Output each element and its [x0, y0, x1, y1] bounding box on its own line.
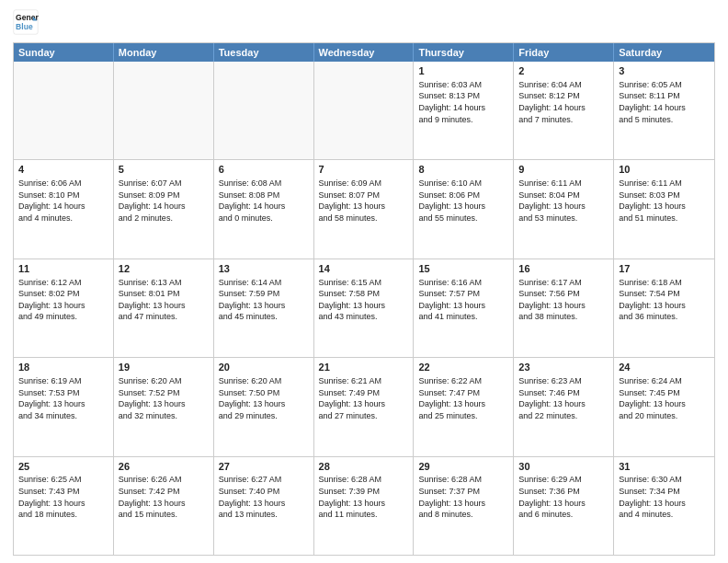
cal-cell-day-19: 19Sunrise: 6:20 AM Sunset: 7:52 PM Dayli… — [114, 358, 214, 455]
cal-cell-day-27: 27Sunrise: 6:27 AM Sunset: 7:40 PM Dayli… — [214, 457, 314, 555]
cal-cell-day-15: 15Sunrise: 6:16 AM Sunset: 7:57 PM Dayli… — [414, 259, 514, 357]
day-number: 16 — [518, 262, 609, 276]
cell-info: Sunrise: 6:03 AM Sunset: 8:13 PM Dayligh… — [418, 79, 508, 125]
cal-cell-day-14: 14Sunrise: 6:15 AM Sunset: 7:58 PM Dayli… — [314, 259, 415, 357]
cal-week-3: 11Sunrise: 6:12 AM Sunset: 8:02 PM Dayli… — [14, 259, 714, 357]
cell-info: Sunrise: 6:09 AM Sunset: 8:07 PM Dayligh… — [319, 178, 409, 224]
cal-cell-day-20: 20Sunrise: 6:20 AM Sunset: 7:50 PM Dayli… — [214, 358, 314, 455]
day-number: 9 — [518, 163, 609, 177]
day-number: 29 — [418, 460, 508, 474]
cal-cell-day-22: 22Sunrise: 6:22 AM Sunset: 7:47 PM Dayli… — [414, 358, 514, 455]
day-number: 26 — [119, 460, 209, 474]
cell-info: Sunrise: 6:20 AM Sunset: 7:52 PM Dayligh… — [119, 375, 209, 421]
day-number: 17 — [619, 262, 710, 276]
cal-cell-day-10: 10Sunrise: 6:11 AM Sunset: 8:03 PM Dayli… — [614, 160, 714, 258]
day-number: 22 — [418, 361, 508, 374]
cell-info: Sunrise: 6:11 AM Sunset: 8:04 PM Dayligh… — [518, 178, 609, 224]
cal-week-2: 4Sunrise: 6:06 AM Sunset: 8:10 PM Daylig… — [14, 159, 714, 258]
cal-cell-day-18: 18Sunrise: 6:19 AM Sunset: 7:53 PM Dayli… — [14, 358, 114, 455]
day-number: 13 — [219, 262, 309, 276]
day-number: 30 — [518, 460, 609, 474]
svg-text:General: General — [16, 13, 39, 22]
day-number: 28 — [319, 460, 409, 474]
header: General Blue — [13, 9, 715, 35]
day-number: 2 — [518, 64, 609, 78]
cal-cell-day-1: 1Sunrise: 6:03 AM Sunset: 8:13 PM Daylig… — [414, 62, 514, 159]
day-number: 15 — [418, 262, 508, 276]
cal-week-1: 1Sunrise: 6:03 AM Sunset: 8:13 PM Daylig… — [14, 62, 714, 159]
cal-header-wednesday: Wednesday — [314, 43, 415, 62]
cal-cell-empty — [114, 62, 214, 159]
cal-cell-empty — [214, 62, 314, 159]
day-number: 21 — [319, 361, 409, 374]
calendar: SundayMondayTuesdayWednesdayThursdayFrid… — [13, 42, 715, 556]
cal-cell-day-23: 23Sunrise: 6:23 AM Sunset: 7:46 PM Dayli… — [514, 358, 614, 455]
day-number: 24 — [619, 361, 710, 374]
day-number: 3 — [619, 64, 710, 78]
cal-week-4: 18Sunrise: 6:19 AM Sunset: 7:53 PM Dayli… — [14, 357, 714, 455]
page: General Blue SundayMondayTuesdayWednesda… — [0, 0, 728, 563]
day-number: 8 — [418, 163, 508, 177]
cell-info: Sunrise: 6:05 AM Sunset: 8:11 PM Dayligh… — [619, 79, 710, 125]
day-number: 27 — [219, 460, 309, 474]
cell-info: Sunrise: 6:23 AM Sunset: 7:46 PM Dayligh… — [518, 375, 609, 421]
cell-info: Sunrise: 6:11 AM Sunset: 8:03 PM Dayligh… — [619, 178, 710, 224]
cal-cell-day-17: 17Sunrise: 6:18 AM Sunset: 7:54 PM Dayli… — [614, 259, 714, 357]
calendar-header-row: SundayMondayTuesdayWednesdayThursdayFrid… — [14, 43, 714, 62]
cell-info: Sunrise: 6:07 AM Sunset: 8:09 PM Dayligh… — [119, 178, 209, 224]
day-number: 19 — [119, 361, 209, 374]
cell-info: Sunrise: 6:28 AM Sunset: 7:39 PM Dayligh… — [319, 474, 409, 520]
cal-cell-day-3: 3Sunrise: 6:05 AM Sunset: 8:11 PM Daylig… — [614, 62, 714, 159]
cal-cell-day-29: 29Sunrise: 6:28 AM Sunset: 7:37 PM Dayli… — [414, 457, 514, 555]
cal-cell-day-12: 12Sunrise: 6:13 AM Sunset: 8:01 PM Dayli… — [114, 259, 214, 357]
cell-info: Sunrise: 6:14 AM Sunset: 7:59 PM Dayligh… — [219, 277, 309, 323]
cell-info: Sunrise: 6:28 AM Sunset: 7:37 PM Dayligh… — [418, 474, 508, 520]
svg-text:Blue: Blue — [16, 22, 33, 31]
cell-info: Sunrise: 6:10 AM Sunset: 8:06 PM Dayligh… — [418, 178, 508, 224]
cell-info: Sunrise: 6:21 AM Sunset: 7:49 PM Dayligh… — [319, 375, 409, 421]
cal-cell-day-30: 30Sunrise: 6:29 AM Sunset: 7:36 PM Dayli… — [514, 457, 614, 555]
cell-info: Sunrise: 6:17 AM Sunset: 7:56 PM Dayligh… — [518, 277, 609, 323]
day-number: 25 — [18, 460, 108, 474]
cell-info: Sunrise: 6:22 AM Sunset: 7:47 PM Dayligh… — [418, 375, 508, 421]
cell-info: Sunrise: 6:27 AM Sunset: 7:40 PM Dayligh… — [219, 474, 309, 520]
cell-info: Sunrise: 6:29 AM Sunset: 7:36 PM Dayligh… — [518, 474, 609, 520]
cal-cell-day-6: 6Sunrise: 6:08 AM Sunset: 8:08 PM Daylig… — [214, 160, 314, 258]
day-number: 5 — [119, 163, 209, 177]
cell-info: Sunrise: 6:06 AM Sunset: 8:10 PM Dayligh… — [18, 178, 108, 224]
cal-header-saturday: Saturday — [614, 43, 714, 62]
logo: General Blue — [13, 9, 42, 35]
cal-cell-day-26: 26Sunrise: 6:26 AM Sunset: 7:42 PM Dayli… — [114, 457, 214, 555]
cal-cell-empty — [314, 62, 415, 159]
cell-info: Sunrise: 6:13 AM Sunset: 8:01 PM Dayligh… — [119, 277, 209, 323]
day-number: 23 — [518, 361, 609, 374]
cell-info: Sunrise: 6:08 AM Sunset: 8:08 PM Dayligh… — [219, 178, 309, 224]
day-number: 4 — [18, 163, 108, 177]
cal-header-monday: Monday — [114, 43, 214, 62]
day-number: 10 — [619, 163, 710, 177]
calendar-body: 1Sunrise: 6:03 AM Sunset: 8:13 PM Daylig… — [14, 62, 714, 555]
cal-header-friday: Friday — [514, 43, 614, 62]
cal-cell-empty — [14, 62, 114, 159]
cell-info: Sunrise: 6:25 AM Sunset: 7:43 PM Dayligh… — [18, 474, 108, 520]
day-number: 6 — [219, 163, 309, 177]
cal-cell-day-28: 28Sunrise: 6:28 AM Sunset: 7:39 PM Dayli… — [314, 457, 415, 555]
cell-info: Sunrise: 6:19 AM Sunset: 7:53 PM Dayligh… — [18, 375, 108, 421]
cal-cell-day-2: 2Sunrise: 6:04 AM Sunset: 8:12 PM Daylig… — [514, 62, 614, 159]
cell-info: Sunrise: 6:18 AM Sunset: 7:54 PM Dayligh… — [619, 277, 710, 323]
day-number: 31 — [619, 460, 710, 474]
cell-info: Sunrise: 6:04 AM Sunset: 8:12 PM Dayligh… — [518, 79, 609, 125]
day-number: 7 — [319, 163, 409, 177]
cal-cell-day-31: 31Sunrise: 6:30 AM Sunset: 7:34 PM Dayli… — [614, 457, 714, 555]
day-number: 11 — [18, 262, 108, 276]
cal-cell-day-16: 16Sunrise: 6:17 AM Sunset: 7:56 PM Dayli… — [514, 259, 614, 357]
cal-cell-day-7: 7Sunrise: 6:09 AM Sunset: 8:07 PM Daylig… — [314, 160, 415, 258]
cal-header-tuesday: Tuesday — [214, 43, 314, 62]
cal-week-5: 25Sunrise: 6:25 AM Sunset: 7:43 PM Dayli… — [14, 456, 714, 555]
cal-cell-day-8: 8Sunrise: 6:10 AM Sunset: 8:06 PM Daylig… — [414, 160, 514, 258]
cell-info: Sunrise: 6:16 AM Sunset: 7:57 PM Dayligh… — [418, 277, 508, 323]
cal-cell-day-24: 24Sunrise: 6:24 AM Sunset: 7:45 PM Dayli… — [614, 358, 714, 455]
cal-header-thursday: Thursday — [414, 43, 514, 62]
day-number: 14 — [319, 262, 409, 276]
cell-info: Sunrise: 6:12 AM Sunset: 8:02 PM Dayligh… — [18, 277, 108, 323]
